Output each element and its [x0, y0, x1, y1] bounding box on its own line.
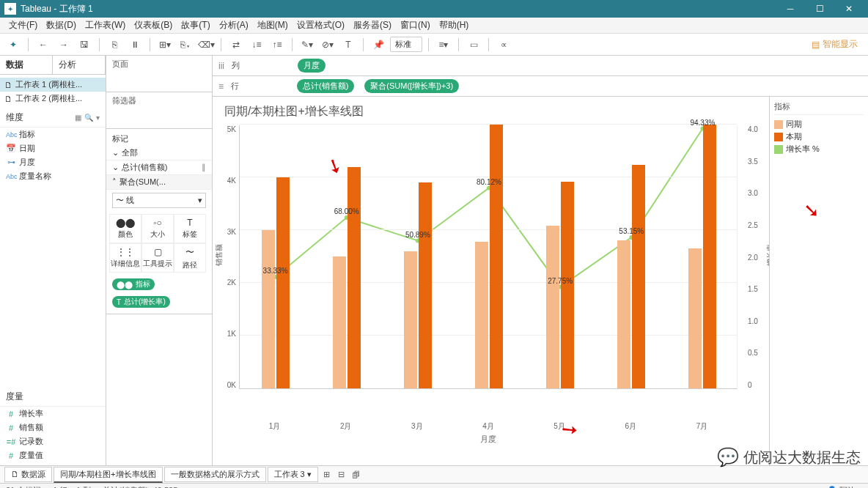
legend-curr[interactable]: 本期	[774, 130, 864, 143]
new-sheet-button[interactable]: ⊞	[320, 470, 334, 479]
forward-button[interactable]: →	[55, 36, 73, 53]
row-pill-agg[interactable]: 聚合(SUM([增长率])+3)	[364, 79, 459, 93]
datasource-2[interactable]: 🗋工作表 2 (两根柱...	[0, 92, 106, 106]
field-indicator[interactable]: Abc指标	[0, 127, 106, 141]
marks-card: 标记 ⌄全部 ⌄总计(销售额)∥ ˄聚合(SUM(... 〜 线▾ ⬤⬤颜色 ◦…	[106, 129, 212, 314]
new-dashboard-button[interactable]: ⊟	[334, 470, 349, 479]
tab-datasource[interactable]: 🗋 数据源	[4, 467, 52, 482]
marks-agg[interactable]: ˄聚合(SUM(...	[106, 175, 212, 190]
duplicate-button[interactable]: ⎘▾	[177, 36, 194, 53]
close-button[interactable]: ✕	[834, 0, 864, 18]
sheet-tab-2[interactable]: 一般数据格式的展示方式	[164, 467, 266, 482]
tab-data[interactable]: 数据	[0, 56, 53, 74]
field-records[interactable]: =#记录数	[0, 435, 106, 448]
field-measurevalues[interactable]: #度量值	[0, 448, 106, 462]
menu-help[interactable]: 帮助(H)	[435, 19, 474, 32]
menu-file[interactable]: 文件(F)	[4, 19, 42, 32]
menu-analysis[interactable]: 分析(A)	[215, 19, 253, 32]
rows-shelf[interactable]: ≡ 行 总计(销售额) 聚合(SUM([增长率])+3)	[213, 76, 868, 97]
annotate-button[interactable]: T	[339, 36, 357, 53]
sort-asc-button[interactable]: ↓≡	[248, 36, 265, 53]
highlight-button[interactable]: ✎▾	[298, 36, 316, 53]
new-data-button[interactable]: ⎘	[106, 36, 123, 53]
menu-format[interactable]: 设置格式(O)	[293, 19, 349, 32]
clear-button[interactable]: ⌫▾	[197, 36, 215, 53]
mark-type-dropdown[interactable]: 〜 线▾	[112, 193, 206, 208]
tableau-logo-icon[interactable]: ✦	[4, 36, 22, 53]
sheet-tab-1[interactable]: 同期/本期柱图+增长率线图	[54, 467, 162, 483]
presentation-button[interactable]: ▭	[465, 36, 482, 53]
detail-icon: ⋮⋮	[117, 247, 134, 257]
mark-label[interactable]: T标签	[174, 214, 206, 243]
search-icon[interactable]: 🔍	[84, 114, 93, 122]
cards-panel: 页面 筛选器 标记 ⌄全部 ⌄总计(销售额)∥ ˄聚合(SUM(... 〜 线▾…	[106, 56, 213, 465]
show-labels-button[interactable]: ≡▾	[435, 36, 452, 53]
pages-shelf[interactable]: 页面	[106, 56, 212, 92]
number-icon: #	[6, 451, 16, 460]
menu-icon[interactable]: ▾	[96, 114, 100, 122]
label-icon: T	[187, 218, 192, 228]
save-button[interactable]: 🖫	[76, 36, 93, 53]
new-worksheet-button[interactable]: ⊞▾	[156, 36, 174, 53]
menu-server[interactable]: 服务器(S)	[349, 19, 396, 32]
plot-area[interactable]: 33.33%68.00%50.89%80.12%27.75%53.15%94.3…	[239, 125, 738, 389]
legend-prev[interactable]: 同期	[774, 118, 864, 130]
mark-detail[interactable]: ⋮⋮详细信息	[109, 243, 141, 273]
group-button[interactable]: ⊘▾	[319, 36, 336, 53]
share-button[interactable]: ∝	[495, 36, 512, 53]
swap-button[interactable]: ⇄	[227, 36, 245, 53]
marks-sum-sales[interactable]: ⌄总计(销售额)∥	[106, 160, 212, 175]
text-icon: Abc	[6, 131, 16, 138]
number-icon: =#	[6, 437, 16, 446]
minimize-button[interactable]: ─	[776, 0, 805, 18]
menu-worksheet[interactable]: 工作表(W)	[81, 19, 130, 32]
new-story-button[interactable]: 🗐	[349, 470, 364, 479]
menu-data[interactable]: 数据(D)	[42, 19, 81, 32]
bar-icon: ∥	[202, 163, 206, 172]
field-sales[interactable]: #销售额	[0, 421, 106, 435]
row-pill-sales[interactable]: 总计(销售额)	[297, 79, 354, 93]
mark-path[interactable]: 〜路径	[174, 243, 206, 273]
sort-desc-button[interactable]: ↑≡	[268, 36, 286, 53]
columns-shelf[interactable]: iii 列 月度	[213, 56, 868, 76]
menu-dashboard[interactable]: 仪表板(B)	[130, 19, 177, 32]
fit-dropdown[interactable]: 标准	[390, 37, 422, 52]
mark-tooltip[interactable]: ▢工具提示	[141, 243, 174, 273]
sheet-tab-3[interactable]: 工作表 3 ▾	[268, 467, 318, 482]
swatch-curr	[774, 133, 783, 141]
number-icon: #	[6, 424, 16, 432]
menu-map[interactable]: 地图(M)	[253, 19, 293, 32]
pill-growth[interactable]: T总计(增长率)	[112, 296, 170, 308]
rows-label: 行	[231, 81, 290, 92]
back-button[interactable]: ←	[34, 36, 52, 53]
marks-all[interactable]: ⌄全部	[106, 146, 212, 160]
show-me-icon: ▤	[812, 40, 820, 50]
pause-button[interactable]: ⏸	[126, 36, 144, 53]
pin-button[interactable]: 📌	[369, 36, 387, 53]
show-me-button[interactable]: ▤智能显示	[806, 37, 864, 52]
chevron-down-icon: ⌄	[112, 163, 119, 172]
legend-growth[interactable]: 增长率 %	[774, 143, 864, 155]
mark-size[interactable]: ◦○大小	[141, 214, 174, 243]
measures-header: 度量	[0, 388, 106, 407]
field-growth[interactable]: #增长率	[0, 407, 106, 421]
pill-indicator[interactable]: ⬤⬤指标	[112, 278, 155, 290]
col-pill-month[interactable]: 月度	[298, 59, 326, 73]
view-icon[interactable]: ▦	[75, 114, 81, 122]
menu-story[interactable]: 故事(T)	[177, 19, 214, 32]
field-date[interactable]: 📅日期	[0, 141, 106, 155]
menu-window[interactable]: 窗口(N)	[396, 19, 435, 32]
database-icon: 🗋	[4, 95, 12, 103]
titlebar: ✦ Tableau - 工作簿 1 ─ ☐ ✕	[0, 0, 868, 18]
filters-shelf[interactable]: 筛选器	[106, 92, 212, 129]
color-icon: ⬤⬤	[116, 218, 135, 228]
legend-header: 指标	[774, 101, 864, 115]
field-measurenames[interactable]: Abc度量名称	[0, 169, 106, 183]
datasource-1[interactable]: 🗋工作表 1 (两根柱...	[0, 78, 106, 92]
statusbar: 21 个标记 1 行 x 1 列 总计(销售额): 49,525 👤 阿达 ▾	[0, 483, 868, 488]
tab-analytics[interactable]: 分析	[53, 56, 106, 74]
field-month[interactable]: ⊶月度	[0, 155, 106, 169]
maximize-button[interactable]: ☐	[805, 0, 834, 18]
chart-title[interactable]: 同期/本期柱图+增长率线图	[224, 104, 757, 119]
mark-color[interactable]: ⬤⬤颜色	[109, 214, 141, 243]
